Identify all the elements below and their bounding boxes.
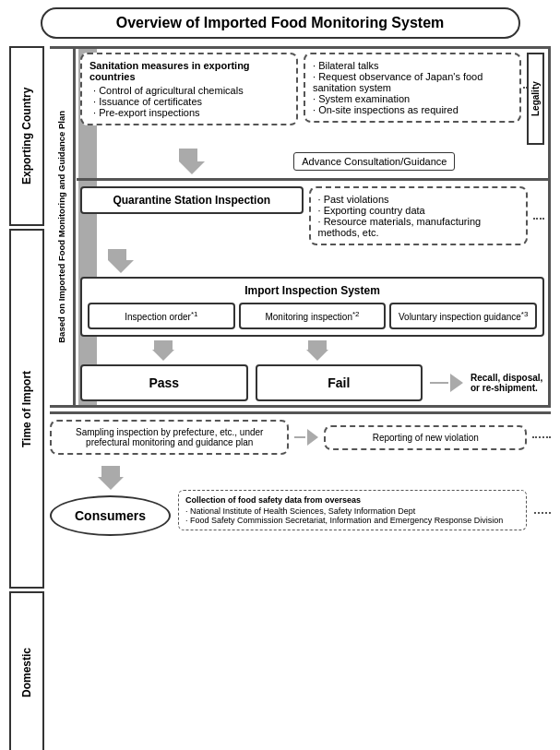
- right-dashed-item-2: · Request observance of Japan's food san…: [313, 71, 512, 93]
- overseas-item-1: · National Institute of Health Sciences,…: [185, 506, 519, 516]
- new-violation-label: Reporting of new violation: [373, 433, 479, 443]
- quarantine-item-3: · Resource materials, manufacturing meth…: [318, 216, 519, 238]
- right-info-box: · Bilateral talks · Request observance o…: [304, 53, 521, 123]
- advance-box: Advance Consultation/Guidance: [293, 152, 455, 171]
- domestic-section: Sampling inspection by prefecture, etc.,…: [50, 411, 551, 536]
- monitoring-sup: *2: [352, 310, 360, 318]
- quarantine-item-1: · Past violations: [318, 194, 519, 205]
- left-dashed-item-2: · Issuance of certificates: [89, 96, 289, 107]
- sampling-label: Sampling inspection by prefecture, etc.,…: [76, 427, 263, 447]
- recall-text: Recall, disposal, or re-shipment.: [471, 373, 544, 393]
- consumers-oval: Consumers: [50, 495, 171, 536]
- quarantine-item-2: · Exporting country data: [318, 205, 519, 216]
- voluntary-box: Voluntary inspection guidance*3: [389, 303, 537, 329]
- right-dashed-item-3: · System examination: [313, 93, 512, 104]
- based-on-label: Based on Imported Food Monitoring and Gu…: [56, 111, 66, 343]
- new-violation-box: Reporting of new violation: [324, 425, 527, 450]
- fail-label: Fail: [328, 375, 350, 390]
- inspection-boxes: Inspection order*1 Monitoring inspection…: [88, 303, 537, 329]
- overseas-header: Collection of food safety data from over…: [185, 495, 519, 505]
- fail-box: Fail: [256, 364, 423, 401]
- import-inspection-container: Import Inspection System Inspection orde…: [80, 277, 544, 337]
- overseas-item-2: · Food Safety Commission Secretariat, In…: [185, 516, 519, 525]
- right-dashed-item-4: · On-site inspections as required: [313, 104, 512, 115]
- page: Overview of Imported Food Monitoring Sys…: [0, 0, 560, 750]
- import-inspection-label: Import Inspection System: [88, 284, 537, 297]
- voluntary-sup: *3: [521, 310, 529, 318]
- advance-label: Advance Consultation/Guidance: [302, 156, 447, 167]
- monitoring-box: Monitoring inspection*2: [239, 303, 387, 329]
- pass-box: Pass: [80, 364, 248, 401]
- left-labels: Exporting Country Time of Import Domesti…: [9, 46, 44, 750]
- quarantine-label: Quarantine Station Inspection: [113, 194, 270, 207]
- pass-fail-row: Pass Fail Recall, disposal, or re-shipme…: [80, 364, 544, 401]
- left-dashed-item-3: · Pre-export inspections: [89, 107, 289, 118]
- consumers-label: Consumers: [75, 508, 146, 523]
- exporting-dashed-box: Sanitation measures in exporting countri…: [80, 53, 298, 125]
- sampling-box: Sampling inspection by prefecture, etc.,…: [50, 420, 289, 455]
- exporting-label: Exporting Country: [9, 46, 44, 226]
- time-label: Time of Import: [9, 229, 44, 589]
- legality-label: Legality: [527, 53, 544, 145]
- domestic-label: Domestic: [9, 591, 44, 750]
- quarantine-box: Quarantine Station Inspection: [80, 186, 304, 214]
- monitoring-label: Monitoring inspection: [265, 312, 352, 322]
- inspection-order-label: Inspection order: [125, 312, 191, 322]
- left-dashed-item-1: · Control of agricultural chemicals: [89, 85, 289, 96]
- overseas-data-box: Collection of food safety data from over…: [178, 490, 527, 530]
- inspection-order-sup: *1: [191, 310, 198, 318]
- exporting-dashed-header: Sanitation measures in exporting countri…: [89, 60, 289, 82]
- page-title: Overview of Imported Food Monitoring Sys…: [41, 7, 520, 39]
- voluntary-label: Voluntary inspection guidance: [399, 312, 521, 322]
- right-dashed-item-1: · Bilateral talks: [313, 60, 512, 71]
- pass-label: Pass: [149, 375, 179, 390]
- inspection-order-box: Inspection order*1: [88, 303, 235, 329]
- quarantine-info-box: · Past violations · Exporting country da…: [309, 186, 529, 245]
